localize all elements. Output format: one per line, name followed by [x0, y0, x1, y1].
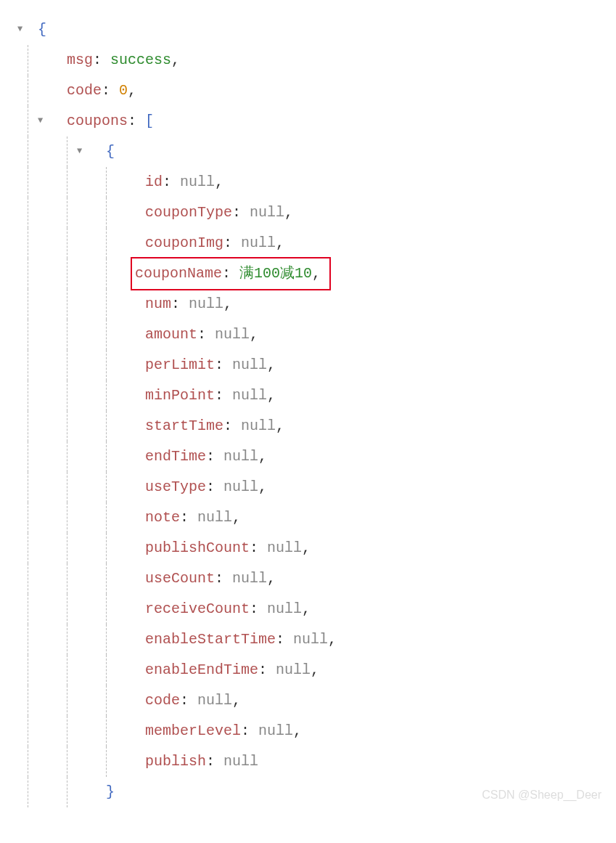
json-value-null: null — [232, 563, 267, 594]
comma: , — [311, 655, 319, 685]
comma: , — [293, 716, 302, 746]
comma: , — [232, 502, 241, 533]
json-line-code-field[interactable]: code: null, — [7, 685, 609, 716]
json-value-null: null — [258, 716, 293, 746]
open-bracket: [ — [145, 106, 154, 137]
colon: : — [215, 380, 232, 411]
json-line-enableStartTime[interactable]: enableStartTime: null, — [7, 624, 609, 655]
json-key: num — [145, 289, 171, 319]
highlight-annotation: couponName: 满100减10, — [131, 257, 331, 290]
json-line-root-open[interactable]: ▼{ — [7, 15, 609, 45]
comma: , — [267, 350, 276, 380]
close-brace: } — [106, 777, 115, 807]
colon: : — [223, 411, 241, 441]
json-value-null: null — [267, 533, 302, 563]
json-value-null: null — [215, 319, 250, 350]
comma: , — [302, 594, 311, 624]
colon: : — [180, 685, 197, 716]
json-value-null: null — [197, 502, 232, 533]
json-value-null: null — [223, 746, 258, 777]
json-value-null: null — [293, 624, 328, 655]
json-line-publishCount[interactable]: publishCount: null, — [7, 533, 609, 563]
colon: : — [171, 289, 189, 319]
colon: : — [93, 45, 110, 76]
json-value-number: 0 — [119, 76, 128, 106]
json-line-memberLevel[interactable]: memberLevel: null, — [7, 716, 609, 746]
json-key: enableStartTime — [145, 624, 276, 655]
comma: , — [215, 167, 223, 197]
json-key: enableEndTime — [145, 655, 258, 685]
json-line-coupons-open[interactable]: ▼coupons: [ — [7, 106, 609, 137]
colon: : — [222, 265, 239, 282]
json-line-couponName[interactable]: couponName: 满100减10, — [7, 258, 609, 289]
colon: : — [206, 746, 223, 777]
json-key: endTime — [145, 441, 206, 472]
colon: : — [206, 441, 223, 472]
comma: , — [258, 441, 267, 472]
comma: , — [284, 197, 293, 228]
json-line-amount[interactable]: amount: null, — [7, 319, 609, 350]
colon: : — [223, 228, 241, 258]
colon: : — [232, 197, 250, 228]
colon: : — [215, 350, 232, 380]
json-line-msg[interactable]: msg: success, — [7, 45, 609, 76]
collapse-toggle-icon[interactable]: ▼ — [77, 142, 87, 160]
json-line-couponImg[interactable]: couponImg: null, — [7, 228, 609, 258]
json-key: publishCount — [145, 533, 250, 563]
json-value-null: null — [267, 594, 302, 624]
json-value-null: null — [250, 197, 284, 228]
colon: : — [180, 502, 197, 533]
comma: , — [267, 380, 276, 411]
collapse-toggle-icon[interactable]: ▼ — [17, 20, 28, 38]
json-key: id — [145, 167, 163, 197]
json-line-code[interactable]: code: 0, — [7, 76, 609, 106]
comma: , — [171, 45, 180, 76]
json-key: memberLevel — [145, 716, 241, 746]
json-line-publish[interactable]: publish: null — [7, 746, 609, 777]
collapse-toggle-icon[interactable]: ▼ — [38, 112, 48, 130]
json-line-couponType[interactable]: couponType: null, — [7, 197, 609, 228]
json-line-useType[interactable]: useType: null, — [7, 472, 609, 502]
colon: : — [250, 533, 267, 563]
json-key: couponType — [145, 197, 232, 228]
json-value-null: null — [223, 472, 258, 502]
json-line-note[interactable]: note: null, — [7, 502, 609, 533]
comma: , — [223, 289, 232, 319]
json-value-null: null — [197, 685, 232, 716]
json-line-endTime[interactable]: endTime: null, — [7, 441, 609, 472]
json-value-null: null — [180, 167, 215, 197]
json-key: perLimit — [145, 350, 215, 380]
colon: : — [241, 716, 258, 746]
json-line-item-open[interactable]: ▼{ — [7, 137, 609, 167]
json-key: startTime — [145, 411, 223, 441]
json-line-enableEndTime[interactable]: enableEndTime: null, — [7, 655, 609, 685]
colon: : — [197, 319, 215, 350]
json-line-num[interactable]: num: null, — [7, 289, 609, 319]
json-line-item-close[interactable]: } — [7, 777, 609, 807]
comma: , — [258, 472, 267, 502]
json-key: minPoint — [145, 380, 215, 411]
json-key: code — [67, 76, 102, 106]
json-line-startTime[interactable]: startTime: null, — [7, 411, 609, 441]
json-line-id[interactable]: id: null, — [7, 167, 609, 197]
json-key: code — [145, 685, 180, 716]
open-brace: { — [38, 15, 46, 45]
comma: , — [128, 76, 136, 106]
json-value-null: null — [241, 228, 276, 258]
json-value-null: null — [223, 441, 258, 472]
comma: , — [276, 228, 284, 258]
colon: : — [102, 76, 119, 106]
json-value-null: null — [276, 655, 311, 685]
json-line-minPoint[interactable]: minPoint: null, — [7, 380, 609, 411]
json-line-useCount[interactable]: useCount: null, — [7, 563, 609, 594]
json-key: amount — [145, 319, 197, 350]
json-line-perLimit[interactable]: perLimit: null, — [7, 350, 609, 380]
json-line-receiveCount[interactable]: receiveCount: null, — [7, 594, 609, 624]
colon: : — [215, 563, 232, 594]
json-key: useCount — [145, 563, 215, 594]
json-value-null: null — [232, 350, 267, 380]
comma: , — [232, 685, 241, 716]
json-key: msg — [67, 45, 93, 76]
colon: : — [128, 106, 145, 137]
json-key: coupons — [67, 106, 128, 137]
